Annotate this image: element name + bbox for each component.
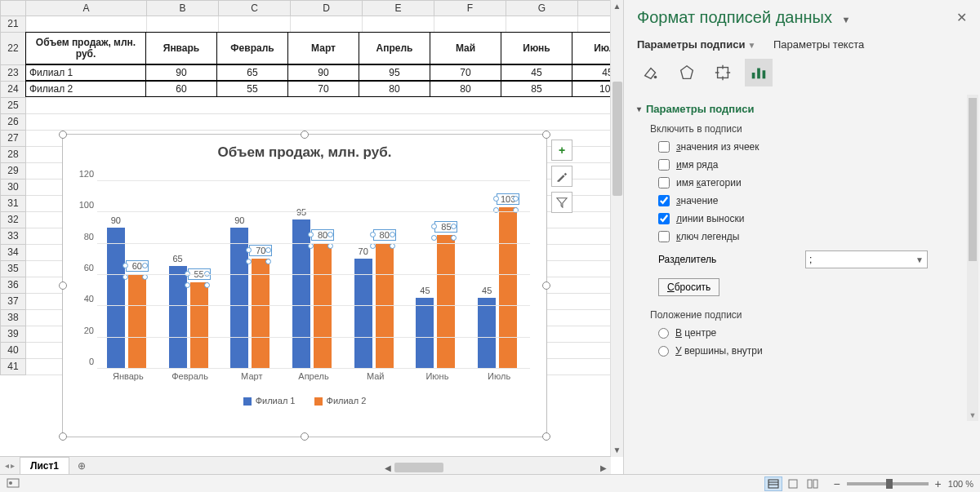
- legend[interactable]: Филиал 1 Филиал 2: [63, 396, 546, 406]
- resize-handle[interactable]: [542, 281, 550, 290]
- row-header[interactable]: 23: [0, 65, 26, 82]
- col-header-B[interactable]: B: [147, 0, 219, 16]
- cell[interactable]: [26, 16, 147, 33]
- zoom-in-button[interactable]: +: [935, 477, 942, 490]
- row-header[interactable]: 36: [0, 277, 26, 294]
- cell-value[interactable]: 90: [287, 64, 359, 81]
- vertical-scrollbar[interactable]: ▲ ▼: [610, 0, 623, 457]
- cell[interactable]: [147, 16, 219, 33]
- add-sheet-button[interactable]: ⊕: [73, 458, 91, 474]
- zoom-out-button[interactable]: −: [833, 477, 840, 490]
- reset-button[interactable]: Сбросить: [658, 278, 719, 296]
- horizontal-scrollbar[interactable]: ◀ ▶: [381, 461, 610, 474]
- row-header[interactable]: 21: [0, 16, 26, 33]
- row-header[interactable]: 39: [0, 326, 26, 343]
- row-header[interactable]: 32: [0, 212, 26, 228]
- option-series-name[interactable]: имя ряда: [637, 156, 967, 174]
- row-header[interactable]: 24: [0, 82, 26, 98]
- col-header-F[interactable]: F: [434, 0, 506, 16]
- legend-item-1[interactable]: Филиал 1: [243, 396, 296, 406]
- record-macro-icon[interactable]: [7, 478, 20, 488]
- section-header-label-options[interactable]: Параметры подписи: [637, 98, 967, 120]
- subtab-text-options[interactable]: Параметры текста: [773, 38, 864, 51]
- checkbox[interactable]: [658, 159, 670, 171]
- label-selection-marker[interactable]: [246, 259, 252, 264]
- option-leader-lines[interactable]: линии выноски: [637, 210, 967, 228]
- cell-value[interactable]: 80: [430, 81, 501, 97]
- scroll-thumb[interactable]: [612, 82, 622, 196]
- chart-filter-button[interactable]: [551, 192, 572, 213]
- row-header[interactable]: 40: [0, 343, 26, 359]
- hscroll-thumb[interactable]: [394, 463, 443, 472]
- cell-month[interactable]: Апрель: [359, 32, 430, 64]
- tab-first-icon[interactable]: ◂: [5, 461, 9, 470]
- cell-month[interactable]: Февраль: [216, 32, 288, 64]
- label-selection-marker[interactable]: [451, 235, 457, 241]
- scroll-left-arrow[interactable]: ◀: [381, 463, 394, 472]
- row-header[interactable]: 27: [0, 131, 26, 147]
- label-options-icon[interactable]: [745, 59, 773, 86]
- bar-series-2[interactable]: [499, 207, 517, 368]
- col-header-G[interactable]: G: [506, 0, 578, 16]
- row-header[interactable]: 37: [0, 294, 26, 310]
- row-header[interactable]: 34: [0, 245, 26, 261]
- row-header[interactable]: 31: [0, 196, 26, 212]
- bar-series-1[interactable]: [416, 298, 434, 368]
- option-value[interactable]: значение: [637, 192, 967, 210]
- bar-series-1[interactable]: [478, 298, 496, 368]
- data-label[interactable]: 90: [228, 215, 251, 225]
- position-inside-end[interactable]: У вершины, внутри: [637, 342, 967, 360]
- label-selection-marker[interactable]: [308, 243, 314, 249]
- chart-styles-button[interactable]: [551, 166, 572, 187]
- row-header[interactable]: 22: [0, 33, 26, 65]
- label-selection-marker[interactable]: [142, 274, 148, 280]
- resize-handle[interactable]: [301, 432, 309, 441]
- resize-handle[interactable]: [59, 281, 67, 290]
- cell-value[interactable]: 55: [216, 81, 288, 97]
- cell-value[interactable]: 60: [145, 81, 217, 97]
- resize-handle[interactable]: [542, 432, 550, 441]
- cell-month[interactable]: Май: [430, 32, 501, 64]
- row-header[interactable]: 33: [0, 228, 26, 245]
- page-break-view-button[interactable]: [804, 476, 822, 491]
- subtab-label-options[interactable]: Параметры подписи▼: [637, 38, 755, 51]
- plot-area[interactable]: 020406080100120 906065559070958070804585…: [97, 180, 530, 368]
- label-selection-marker[interactable]: [327, 232, 333, 237]
- row-header[interactable]: 29: [0, 163, 26, 180]
- bar-series-1[interactable]: [107, 228, 125, 369]
- size-properties-icon[interactable]: [709, 59, 737, 86]
- row-header[interactable]: 25: [0, 98, 26, 114]
- label-selection-marker[interactable]: [265, 259, 271, 264]
- chart-title[interactable]: Объем продаж, млн. руб.: [63, 135, 546, 166]
- position-center[interactable]: В центре: [637, 324, 967, 342]
- label-selection-marker[interactable]: [204, 282, 210, 288]
- tab-last-icon[interactable]: ▸: [11, 461, 15, 470]
- checkbox[interactable]: [658, 231, 670, 242]
- zoom-thumb[interactable]: [886, 479, 893, 489]
- chart-object[interactable]: Объем продаж, млн. руб. 020406080100120 …: [62, 134, 547, 437]
- label-selection-marker[interactable]: [390, 232, 395, 237]
- col-header-D[interactable]: D: [291, 0, 363, 16]
- cell-month[interactable]: Июль: [572, 32, 611, 64]
- label-selection-marker[interactable]: [308, 232, 314, 237]
- scroll-down-arrow[interactable]: ▼: [611, 444, 623, 457]
- bar-series-1[interactable]: [292, 219, 310, 368]
- row-header[interactable]: 38: [0, 310, 26, 326]
- cell-month[interactable]: Июнь: [501, 32, 572, 64]
- cell-value[interactable]: 90: [145, 64, 217, 81]
- fill-line-icon[interactable]: [637, 59, 665, 86]
- bar-series-2[interactable]: [128, 274, 146, 368]
- normal-view-button[interactable]: [764, 476, 782, 491]
- data-label[interactable]: 45: [475, 286, 498, 295]
- cell-header-title[interactable]: Объем продаж, млн. руб.: [25, 32, 146, 64]
- row-header[interactable]: 41: [0, 359, 26, 375]
- checkbox[interactable]: [658, 177, 670, 188]
- close-pane-icon[interactable]: ✕: [956, 10, 967, 25]
- col-header-C[interactable]: C: [219, 0, 291, 16]
- label-selection-marker[interactable]: [513, 196, 519, 202]
- pane-scroll-thumb[interactable]: [969, 98, 977, 261]
- label-selection-marker[interactable]: [370, 243, 376, 249]
- label-selection-marker[interactable]: [390, 243, 395, 249]
- cell-month[interactable]: Март: [287, 32, 359, 64]
- cell-value[interactable]: 70: [430, 64, 501, 81]
